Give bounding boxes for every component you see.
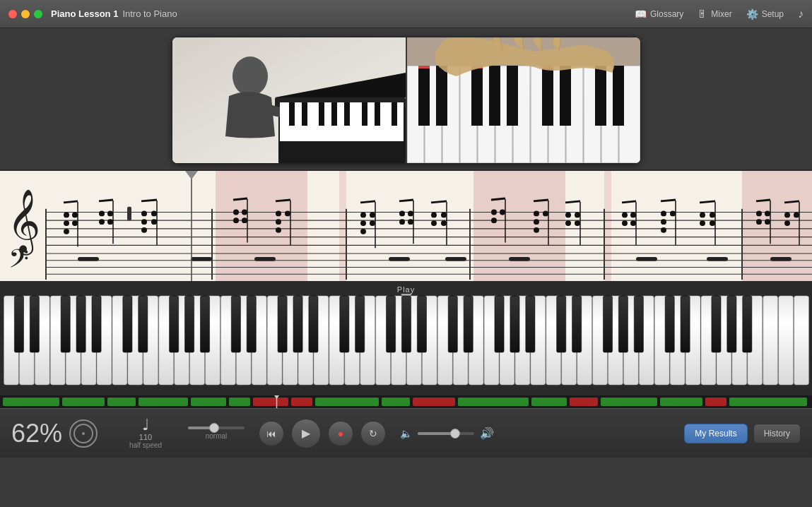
book-icon (635, 8, 647, 20)
svg-rect-105 (431, 220, 437, 226)
svg-rect-94 (360, 220, 366, 226)
svg-rect-263 (191, 398, 226, 406)
svg-rect-240 (355, 296, 364, 352)
svg-rect-90 (276, 227, 281, 233)
tempo-icon: ♩ (142, 417, 149, 433)
svg-line-167 (622, 201, 636, 203)
svg-rect-34 (507, 66, 518, 126)
svg-rect-85 (242, 210, 247, 215)
svg-line-164 (491, 198, 505, 200)
svg-rect-99 (399, 211, 405, 217)
tempo-control[interactable]: ♩ 110 half speed (117, 417, 174, 449)
svg-rect-223 (794, 296, 808, 385)
svg-line-161 (360, 201, 375, 203)
mixer-button[interactable]: Mixer (698, 8, 731, 20)
rewind-button[interactable]: ⏮ (259, 421, 284, 446)
progress-bar-svg[interactable] (0, 395, 812, 408)
my-results-button[interactable]: My Results (684, 424, 747, 443)
svg-rect-119 (565, 220, 571, 226)
svg-rect-35 (542, 66, 553, 126)
volume-high-icon: 🔊 (480, 427, 494, 440)
svg-rect-123 (622, 213, 628, 218)
svg-rect-47 (742, 171, 812, 281)
svg-rect-274 (660, 398, 702, 406)
glossary-button[interactable]: Glossary (635, 8, 683, 20)
svg-rect-266 (291, 398, 312, 406)
svg-line-160 (276, 200, 290, 201)
speed-slider-track[interactable] (188, 427, 245, 429)
svg-rect-116 (543, 211, 548, 217)
svg-rect-133 (700, 213, 705, 218)
svg-rect-238 (308, 296, 317, 352)
svg-rect-235 (247, 296, 256, 352)
setup-label: Setup (762, 9, 784, 19)
svg-rect-268 (382, 398, 410, 406)
music-note-button[interactable] (798, 8, 804, 20)
svg-rect-89 (276, 219, 281, 225)
svg-rect-31 (436, 66, 447, 126)
svg-rect-80 (151, 211, 157, 217)
svg-rect-234 (231, 296, 240, 352)
video-section (0, 28, 812, 169)
svg-rect-7 (289, 102, 295, 126)
piano-keys-svg[interactable]: (function() { const svg = document.curre… (4, 294, 809, 386)
speed-slider-fill (188, 427, 211, 429)
mixer-icon (698, 8, 707, 20)
minimize-button[interactable] (21, 10, 30, 18)
svg-rect-30 (418, 66, 430, 126)
svg-rect-114 (534, 219, 539, 225)
speed-control[interactable]: normal (188, 427, 245, 440)
setup-button[interactable]: Setup (746, 8, 784, 20)
speed-slider-thumb[interactable] (209, 423, 219, 433)
svg-rect-33 (489, 66, 500, 126)
svg-rect-147 (78, 257, 99, 261)
history-button[interactable]: History (753, 424, 801, 443)
volume-slider[interactable] (418, 432, 474, 435)
svg-rect-76 (127, 207, 131, 221)
svg-rect-131 (670, 211, 676, 217)
record-button[interactable]: ● (328, 421, 353, 446)
svg-rect-269 (413, 398, 455, 406)
progress-bar-section[interactable] (0, 395, 812, 408)
svg-rect-140 (765, 211, 770, 217)
svg-rect-13 (375, 102, 380, 126)
play-button[interactable]: ▶ (291, 419, 321, 448)
svg-rect-221 (763, 296, 777, 385)
svg-rect-259 (3, 398, 59, 406)
svg-rect-247 (510, 296, 519, 352)
svg-rect-258 (742, 296, 751, 352)
svg-rect-276 (729, 398, 807, 406)
svg-rect-262 (139, 398, 188, 406)
loop-button[interactable]: ↻ (360, 421, 386, 446)
svg-rect-232 (184, 296, 194, 352)
svg-rect-135 (710, 213, 715, 218)
right-controls: My Results History (684, 424, 801, 443)
svg-rect-249 (556, 296, 565, 352)
maximize-button[interactable] (34, 10, 42, 18)
svg-rect-73 (107, 211, 113, 217)
mixer-label: Mixer (711, 9, 731, 19)
svg-rect-145 (794, 213, 799, 218)
svg-rect-118 (565, 213, 571, 218)
title-bar: Piano Lesson 1 Intro to Piano Glossary M… (0, 0, 812, 28)
piano-keyboard: (function() { const svg = document.curre… (4, 294, 809, 386)
svg-text:𝄢: 𝄢 (8, 245, 28, 280)
svg-line-165 (534, 200, 548, 201)
play-label: Play (397, 285, 415, 294)
svg-line-159 (233, 198, 247, 200)
svg-rect-110 (491, 217, 497, 223)
volume-thumb[interactable] (450, 429, 460, 439)
score-circle (69, 419, 98, 448)
svg-rect-125 (630, 213, 636, 218)
svg-rect-6 (280, 102, 404, 141)
svg-rect-121 (575, 220, 580, 226)
close-button[interactable] (8, 10, 17, 18)
svg-rect-113 (534, 211, 539, 217)
playhead-marker (191, 171, 192, 281)
svg-rect-81 (151, 219, 157, 225)
svg-rect-14 (392, 102, 397, 126)
svg-rect-130 (661, 227, 666, 233)
svg-rect-154 (707, 257, 728, 261)
svg-rect-109 (491, 210, 497, 215)
app-title: Piano Lesson 1 (51, 8, 118, 19)
